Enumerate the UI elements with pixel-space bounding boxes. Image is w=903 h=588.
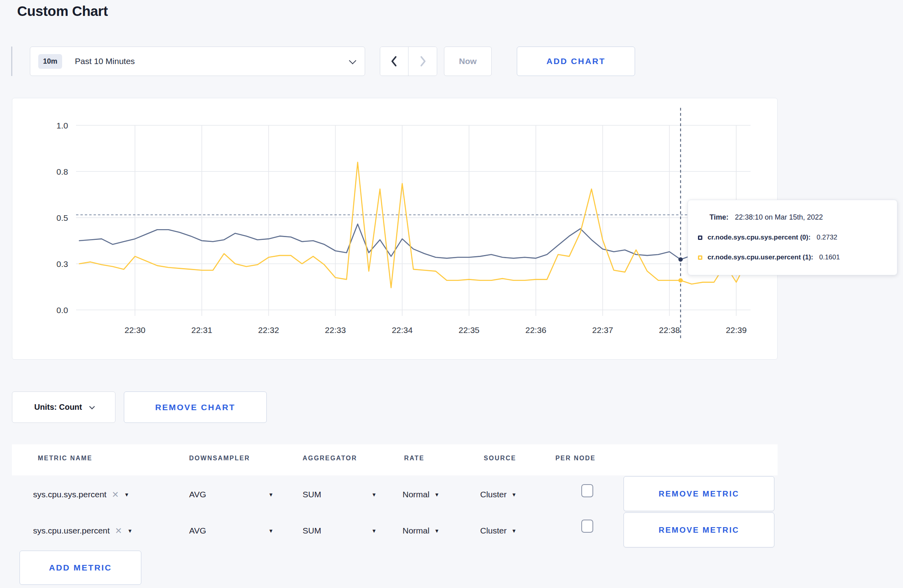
metric-name-select[interactable]: sys.cpu.sys.percent × ▼	[33, 476, 129, 513]
tooltip-series-row: cr.node.sys.cpu.user.percent (1): 0.1601	[688, 253, 897, 261]
downsampler-select[interactable]: AVG	[189, 512, 206, 549]
dropdown-caret-icon: ▼	[434, 492, 440, 498]
svg-text:22:34: 22:34	[392, 325, 413, 335]
svg-text:0.0: 0.0	[57, 306, 68, 315]
dropdown-caret-icon: ▼	[512, 528, 517, 534]
aggregator-select[interactable]: SUM	[303, 512, 321, 549]
next-time-button[interactable]	[408, 47, 437, 76]
prev-time-button[interactable]	[380, 47, 408, 76]
sys-series-swatch-icon	[698, 236, 702, 240]
aggregator-select[interactable]: SUM	[303, 476, 321, 513]
metric-name-select[interactable]: sys.cpu.user.percent × ▼	[33, 512, 133, 549]
svg-text:22:30: 22:30	[125, 325, 146, 335]
dropdown-caret-icon: ▼	[512, 492, 517, 498]
tooltip-series-row: cr.node.sys.cpu.sys.percent (0): 0.2732	[688, 234, 897, 241]
svg-text:0.8: 0.8	[57, 167, 68, 176]
clear-metric-icon[interactable]: ×	[112, 489, 118, 500]
chart-panel: 0.00.30.50.81.022:3022:3122:3222:3322:34…	[12, 98, 778, 360]
page-title: Custom Chart	[17, 3, 108, 19]
user-series-swatch-icon	[698, 255, 702, 260]
timeseries-chart[interactable]: 0.00.30.50.81.022:3022:3122:3222:3322:34…	[12, 98, 778, 360]
svg-text:22:33: 22:33	[325, 325, 346, 335]
downsampler-select[interactable]: AVG	[189, 476, 206, 513]
rate-value: Normal	[403, 526, 430, 535]
dropdown-caret-icon: ▼	[124, 492, 129, 498]
time-window-dropdown[interactable]: 10m Past 10 Minutes	[30, 47, 365, 76]
remove-metric-button[interactable]: REMOVE METRIC	[624, 476, 774, 511]
time-window-badge: 10m	[38, 54, 62, 69]
per-node-checkbox[interactable]	[581, 484, 593, 497]
dropdown-caret-icon: ▼	[127, 528, 133, 534]
add-metric-button[interactable]: ADD METRIC	[20, 551, 141, 585]
svg-text:22:36: 22:36	[526, 325, 547, 335]
chevron-right-icon	[418, 55, 427, 68]
units-label: Units: Count	[34, 403, 82, 412]
per-node-checkbox[interactable]	[581, 520, 593, 533]
tooltip-time-value: 22:38:10 on Mar 15th, 2022	[735, 213, 823, 221]
svg-text:22:35: 22:35	[459, 325, 480, 335]
rate-select[interactable]: Normal ▼	[403, 512, 440, 549]
svg-text:22:38: 22:38	[659, 325, 680, 335]
tooltip-time-row: Time:22:38:10 on Mar 15th, 2022	[688, 213, 897, 222]
remove-metric-button[interactable]: REMOVE METRIC	[624, 512, 774, 547]
header-metric-name: METRIC NAME	[38, 455, 92, 462]
chevron-down-icon	[89, 403, 95, 409]
svg-text:22:32: 22:32	[258, 325, 279, 335]
header-downsampler: DOWNSAMPLER	[189, 455, 250, 462]
tooltip-series-name: cr.node.sys.cpu.user.percent (1):	[708, 253, 813, 261]
chevron-down-icon	[349, 57, 356, 64]
header-per-node: PER NODE	[555, 455, 596, 462]
dropdown-caret-icon: ▼	[434, 528, 440, 534]
custom-chart-page: Custom Chart 10m Past 10 Minutes Now ADD…	[0, 0, 903, 588]
dropdown-caret-icon[interactable]: ▼	[268, 476, 274, 513]
svg-text:0.3: 0.3	[57, 259, 68, 269]
rate-value: Normal	[403, 490, 430, 499]
chevron-left-icon	[390, 55, 399, 68]
tooltip-series-value: 0.1601	[819, 253, 840, 261]
tooltip-time-label: Time:	[710, 213, 729, 221]
metric-row: sys.cpu.user.percent × ▼ AVG ▼ SUM ▼ Nor…	[12, 512, 778, 549]
source-value: Cluster	[480, 526, 507, 535]
svg-text:22:31: 22:31	[192, 325, 213, 335]
metric-name-value: sys.cpu.sys.percent	[33, 490, 106, 499]
tooltip-series-value: 0.2732	[817, 234, 837, 241]
chart-tooltip: Time:22:38:10 on Mar 15th, 2022 cr.node.…	[688, 200, 897, 275]
header-rate: RATE	[404, 455, 424, 462]
metrics-table-header: METRIC NAME DOWNSAMPLER AGGREGATOR RATE …	[12, 444, 778, 475]
metric-name-value: sys.cpu.user.percent	[33, 526, 110, 535]
svg-text:22:39: 22:39	[726, 325, 747, 335]
now-button[interactable]: Now	[444, 47, 492, 76]
rate-select[interactable]: Normal ▼	[403, 476, 440, 513]
clear-metric-icon[interactable]: ×	[115, 525, 122, 536]
dropdown-caret-icon[interactable]: ▼	[268, 512, 274, 549]
svg-text:1.0: 1.0	[57, 121, 68, 130]
source-select[interactable]: Cluster ▼	[480, 512, 516, 549]
svg-text:0.5: 0.5	[57, 213, 68, 222]
dropdown-caret-icon[interactable]: ▼	[371, 476, 377, 513]
left-rule	[11, 47, 12, 76]
header-aggregator: AGGREGATOR	[303, 455, 357, 462]
dropdown-caret-icon[interactable]: ▼	[371, 512, 377, 549]
svg-text:22:37: 22:37	[592, 325, 613, 335]
tooltip-series-name: cr.node.sys.cpu.sys.percent (0):	[708, 234, 811, 241]
remove-chart-button[interactable]: REMOVE CHART	[124, 391, 267, 423]
time-pager	[380, 47, 437, 76]
units-dropdown[interactable]: Units: Count	[12, 391, 115, 423]
metric-row: sys.cpu.sys.percent × ▼ AVG ▼ SUM ▼ Norm…	[12, 476, 778, 513]
source-value: Cluster	[480, 490, 507, 499]
header-source: SOURCE	[484, 455, 516, 462]
time-window-label: Past 10 Minutes	[75, 56, 349, 66]
add-chart-button[interactable]: ADD CHART	[517, 47, 635, 76]
source-select[interactable]: Cluster ▼	[480, 476, 516, 513]
